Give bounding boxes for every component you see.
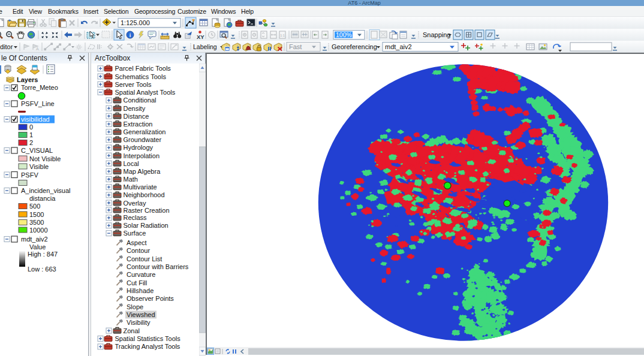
svg-text:Overlay: Overlay [124, 200, 146, 207]
svg-text:1: 1 [29, 131, 33, 138]
svg-text:Visibility: Visibility [127, 319, 151, 326]
svg-text:Parcel Fabric Tools: Parcel Fabric Tools [115, 65, 171, 72]
svg-text:Interpolation: Interpolation [124, 152, 160, 159]
svg-text:Snapping: Snapping [423, 31, 451, 38]
svg-text:0: 0 [29, 123, 33, 131]
svg-text:mdt_aiv2: mdt_aiv2 [21, 236, 48, 243]
svg-text:1:1: 1:1 [280, 34, 285, 37]
svg-text:Observer Points: Observer Points [127, 295, 174, 302]
svg-text:2: 2 [29, 139, 33, 146]
svg-text:Tracking Analyst Tools: Tracking Analyst Tools [115, 343, 180, 350]
svg-text:Multivariate: Multivariate [124, 183, 157, 191]
svg-text:Visible: Visible [29, 163, 49, 170]
svg-text:i: i [130, 32, 131, 38]
svg-text:Not Visible: Not Visible [29, 155, 61, 162]
svg-text:Contour List: Contour List [127, 255, 162, 263]
svg-text:Extraction: Extraction [124, 120, 153, 128]
svg-text:10000: 10000 [29, 227, 48, 234]
svg-text:Schematics Tools: Schematics Tools [115, 73, 167, 80]
svg-text:Solar Radiation: Solar Radiation [124, 222, 168, 229]
svg-text:3500: 3500 [29, 219, 44, 226]
svg-text:Spatial Statistics Tools: Spatial Statistics Tools [115, 335, 181, 342]
svg-text:distancia: distancia [29, 195, 56, 202]
svg-text:Hillshade: Hillshade [127, 287, 154, 294]
svg-text:Density: Density [124, 105, 146, 112]
svg-text:Distance: Distance [124, 113, 149, 120]
svg-text:1:125.000: 1:125.000 [121, 19, 150, 26]
svg-text:ditor: ditor [0, 43, 13, 50]
svg-text:C_VISUAL: C_VISUAL [21, 147, 53, 154]
svg-text:Slope: Slope [127, 303, 143, 310]
svg-text:100%: 100% [336, 31, 352, 38]
svg-text:1500: 1500 [29, 211, 44, 218]
svg-text:A: A [36, 47, 39, 51]
svg-text:mdt_aiv2: mdt_aiv2 [385, 43, 412, 50]
svg-text:Cut Fill: Cut Fill [127, 279, 147, 286]
svg-text:PSFV: PSFV [21, 171, 38, 179]
svg-text:Hydrology: Hydrology [124, 144, 154, 151]
svg-text:Contour with Barriers: Contour with Barriers [127, 263, 189, 270]
svg-text:Value: Value [29, 243, 46, 251]
svg-text:Low : 663: Low : 663 [28, 266, 56, 273]
svg-text:Torre_Meteo: Torre_Meteo [21, 84, 58, 91]
svg-text:Server Tools: Server Tools [115, 81, 152, 88]
svg-text:Georeferencing: Georeferencing [332, 43, 377, 50]
svg-text:Generalization: Generalization [124, 128, 166, 135]
svg-text:visibilidad: visibilidad [21, 116, 50, 123]
svg-text:500: 500 [29, 203, 40, 210]
svg-text:Math: Math [124, 176, 138, 183]
svg-text:Viewshed: Viewshed [127, 311, 155, 318]
svg-text:Surface: Surface [124, 230, 146, 237]
svg-text:Zonal: Zonal [124, 327, 140, 334]
svg-text:Map Algebra: Map Algebra [124, 168, 161, 175]
svg-text:Conditional: Conditional [124, 96, 157, 104]
svg-text:Aspect: Aspect [127, 239, 147, 246]
svg-text:Labeling: Labeling [193, 43, 217, 50]
svg-text:A_inciden_visual: A_inciden_visual [21, 187, 71, 194]
svg-text:Layers: Layers [17, 77, 38, 83]
svg-text:Curvature: Curvature [127, 271, 155, 278]
svg-text:Spatial Analyst Tools: Spatial Analyst Tools [115, 89, 176, 96]
svg-text:Reclass: Reclass [124, 214, 148, 221]
svg-text:XY: XY [197, 34, 204, 40]
svg-text:High : 847: High : 847 [28, 251, 58, 258]
svg-text:Raster Creation: Raster Creation [124, 207, 170, 214]
svg-text:Fast: Fast [289, 43, 302, 50]
svg-text:Neighborhood: Neighborhood [124, 191, 165, 198]
svg-text:Contour: Contour [127, 247, 150, 254]
svg-text:Local: Local [124, 160, 139, 167]
svg-text:PSFV_Line: PSFV_Line [21, 100, 55, 107]
svg-text:Groundwater: Groundwater [124, 136, 162, 143]
